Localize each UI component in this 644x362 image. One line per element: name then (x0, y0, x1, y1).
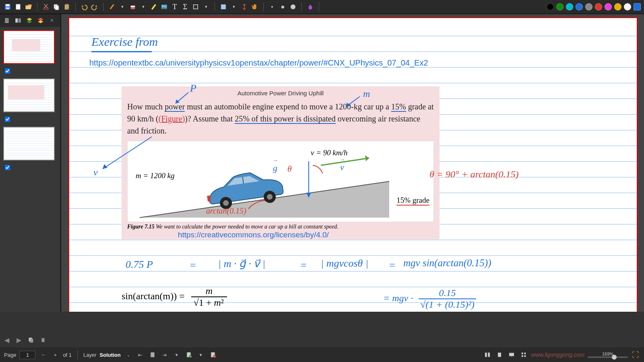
color-magenta[interactable] (605, 3, 612, 10)
image-tool[interactable] (160, 2, 169, 11)
theta-equation: θ = 90° + arctan(0.15) (429, 169, 519, 180)
embed-title: Automotive Power Driving Uphill (122, 86, 440, 97)
new-button[interactable] (14, 2, 23, 11)
thumb-3-check[interactable] (5, 165, 10, 170)
add-dropdown[interactable]: ▼ (196, 350, 205, 359)
color-blue2[interactable] (634, 3, 641, 10)
shape-tool[interactable] (191, 2, 200, 11)
vspace-tool[interactable] (240, 2, 249, 11)
color-gray[interactable] (585, 3, 592, 10)
delete-page[interactable]: × (208, 350, 217, 359)
annot-m: m (363, 88, 370, 99)
svg-text:+: + (190, 355, 191, 358)
annot-v: v (93, 167, 98, 178)
select-dropdown[interactable]: ▼ (229, 2, 238, 11)
eq2: sin(arctan(m)) = m √1 + m² (122, 286, 227, 308)
view-single[interactable] (495, 350, 504, 359)
stroke-thin[interactable] (268, 2, 277, 11)
stroke-med[interactable] (278, 2, 287, 11)
svg-point-4 (43, 8, 45, 10)
thumbnails (0, 27, 60, 178)
tab-single-page[interactable] (2, 15, 12, 26)
tab-close[interactable]: × (47, 15, 57, 26)
zoom-slider[interactable] (588, 356, 628, 358)
copy-button[interactable] (52, 2, 61, 11)
thumb-2[interactable] (3, 78, 55, 112)
page-number-input[interactable] (19, 351, 35, 359)
svg-rect-45 (151, 352, 154, 357)
pdf-icon[interactable] (148, 350, 157, 359)
eq1-lhs: 0.75 P (126, 259, 153, 271)
color-yellow[interactable] (614, 3, 621, 10)
shape-dropdown[interactable]: ▼ (202, 2, 211, 11)
undo-button[interactable] (80, 2, 89, 11)
view-present[interactable] (507, 350, 516, 359)
color-blue[interactable] (576, 3, 583, 10)
fill-tool[interactable] (306, 2, 315, 11)
eraser-tool[interactable] (128, 2, 137, 11)
thumb-1[interactable] (3, 30, 55, 64)
page-plus[interactable]: + (51, 350, 60, 359)
color-red[interactable] (595, 3, 602, 10)
page-of: of 1 (63, 352, 72, 358)
eraser-dropdown[interactable]: ▼ (139, 2, 148, 11)
color-green[interactable] (556, 3, 564, 10)
goto-first[interactable]: ⇤ (136, 350, 145, 359)
nav-dropdown[interactable]: ▼ (172, 350, 181, 359)
embed-figure: m = 1200 kg v = 90 km/h 15% grade (127, 141, 434, 222)
canvas-viewport[interactable]: /* lines generated below via JS would br… (61, 14, 644, 312)
annot-g: g→ (273, 163, 277, 173)
eq1-c: | mgvcosθ | (321, 257, 368, 269)
stroke-thick[interactable] (289, 2, 297, 11)
add-page[interactable]: + (184, 350, 193, 359)
page-minus[interactable]: − (39, 350, 47, 359)
watermark: www.ligonggong.com (531, 352, 584, 358)
save-button[interactable] (3, 2, 12, 11)
thumb-1-check[interactable] (5, 68, 10, 74)
pen-dropdown[interactable]: ▼ (118, 2, 127, 11)
svg-rect-53 (488, 353, 490, 357)
goto-last[interactable]: ⇥ (160, 350, 169, 359)
layer-label: Layer (83, 352, 97, 358)
color-palette (547, 3, 641, 10)
select-rect-tool[interactable] (219, 2, 228, 11)
color-white[interactable] (624, 3, 631, 10)
pen-tool[interactable] (107, 2, 116, 11)
fullscreen-button[interactable]: ⛶ (631, 350, 640, 359)
paste-button[interactable] (62, 2, 71, 11)
tab-double-page[interactable] (13, 15, 23, 26)
tab-annotations[interactable] (35, 15, 46, 26)
color-black[interactable] (547, 3, 554, 10)
svg-point-10 (109, 9, 111, 10)
tab-layers[interactable] (24, 15, 35, 26)
layer-dropdown[interactable]: ⌄ (124, 350, 133, 359)
math-tool[interactable]: Σ (181, 2, 190, 11)
embed-body: How much power must an automobile engine… (122, 97, 440, 141)
svg-rect-21 (15, 19, 18, 23)
layer-value[interactable]: Solution (100, 352, 121, 358)
grade-label: 15% grade (396, 196, 429, 206)
eq1-d: mgv sin(arctan(0.15)) (403, 257, 491, 269)
open-button[interactable] (24, 2, 33, 11)
eq1-eq2: = (301, 259, 307, 272)
eq3: = mgv · 0.15 √(1 + (0.15)²) (383, 288, 476, 310)
sidebar-panel: × ◀ ▶ (0, 14, 61, 312)
eq1-eq1: = (190, 259, 196, 272)
svg-rect-17 (5, 18, 9, 23)
svg-rect-7 (55, 6, 59, 10)
hand-tool[interactable] (250, 2, 259, 11)
color-cyan[interactable] (566, 3, 573, 10)
svg-point-14 (163, 6, 164, 7)
view-cols[interactable] (483, 350, 492, 359)
sidebar-tabbar: × (0, 14, 60, 27)
cut-button[interactable] (41, 2, 50, 11)
thumb-3[interactable] (3, 127, 55, 160)
redo-button[interactable] (90, 2, 99, 11)
text-tool[interactable]: T (170, 2, 179, 11)
thumb-2-check[interactable] (5, 117, 10, 122)
url-1: https://opentextbc.ca/universityphysicsv… (89, 58, 428, 68)
highlighter-tool[interactable] (149, 2, 158, 11)
view-grid[interactable] (519, 350, 528, 359)
main-toolbar: ▼ ▼ T Σ ▼ ▼ (0, 0, 644, 14)
hand-title: Exercise from (91, 35, 158, 49)
